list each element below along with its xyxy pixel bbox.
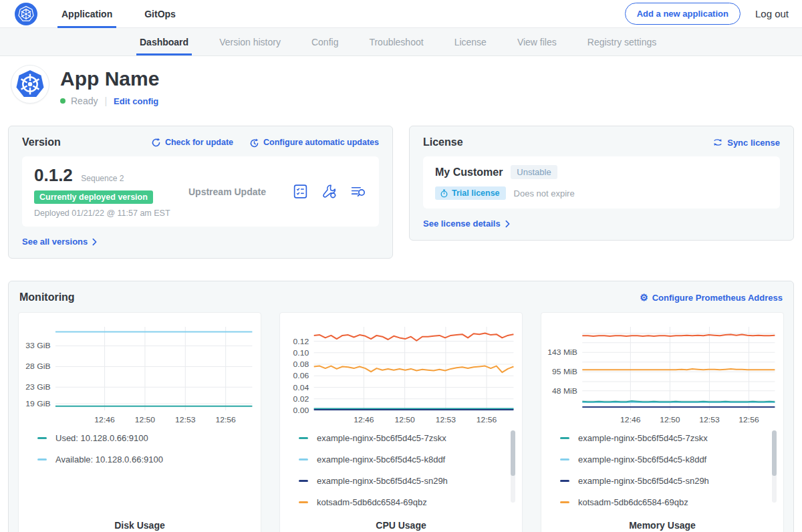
see-all-versions-link[interactable]: See all versions: [22, 237, 98, 247]
tab-config-label: Config: [311, 37, 338, 47]
legend-item: example-nginx-5bc6f5d4c5-sn29h: [560, 476, 770, 486]
cpu-usage-chart-card: 0.000.020.040.060.080.100.1212:4612:5012…: [279, 312, 523, 532]
legend-label: example-nginx-5bc6f5d4c5-sn29h: [578, 476, 709, 486]
sync-license-link[interactable]: Sync license: [712, 138, 780, 148]
chevron-right-icon: [92, 238, 98, 246]
gear-icon: ⚙: [640, 293, 648, 302]
legend-item: example-nginx-5bc6f5d4c5-k8ddf: [299, 454, 509, 464]
legend-scrollbar-track[interactable]: [772, 430, 777, 503]
divider: |: [103, 96, 108, 106]
legend-item: Used: 10.128.0.66:9100: [37, 433, 247, 443]
version-number: 0.1.2: [34, 165, 73, 185]
series-color-dash: [560, 437, 569, 439]
svg-text:23 GiB: 23 GiB: [25, 383, 50, 392]
see-license-details-link[interactable]: See license details: [423, 219, 511, 229]
license-expiry: Does not expire: [514, 188, 575, 198]
tab-config[interactable]: Config: [296, 28, 354, 55]
legend-item: example-nginx-5bc6f5d4c5-7zskx: [560, 433, 770, 443]
monitoring-title: Monitoring: [19, 291, 75, 303]
trial-license-badge: Trial license: [435, 186, 506, 200]
series-color-dash: [560, 458, 569, 460]
see-license-details-label: See license details: [423, 219, 501, 229]
tab-dashboard[interactable]: Dashboard: [124, 28, 204, 55]
ready-status-dot: [60, 98, 65, 104]
refresh-icon: [151, 138, 161, 148]
add-new-application-button[interactable]: Add a new application: [625, 3, 741, 25]
memory-usage-chart-card: 48 MiB95 MiB143 MiB12:4612:5012:5312:56 …: [541, 312, 784, 532]
legend-item: example-nginx-5bc6f5d4c5-k8ddf: [560, 454, 770, 464]
legend-label: example-nginx-5bc6f5d4c5-k8ddf: [578, 454, 706, 464]
configure-automatic-updates-label: Configure automatic updates: [263, 138, 379, 147]
configure-prometheus-link[interactable]: ⚙ Configure Prometheus Address: [640, 293, 783, 303]
legend-label: Used: 10.128.0.66:9100: [55, 433, 148, 443]
legend-label: example-nginx-5bc6f5d4c5-k8ddf: [317, 454, 445, 464]
svg-text:12:53: 12:53: [175, 415, 196, 424]
edit-config-wrench-icon[interactable]: [321, 183, 338, 200]
sync-icon: [712, 138, 723, 147]
license-card-title: License: [423, 136, 463, 148]
svg-text:0.02: 0.02: [293, 394, 309, 404]
svg-text:12:56: 12:56: [739, 415, 759, 424]
memory-usage-legend: example-nginx-5bc6f5d4c5-7zskxexample-ng…: [543, 428, 782, 520]
svg-text:0.00: 0.00: [293, 406, 309, 415]
svg-text:12:50: 12:50: [660, 415, 680, 424]
svg-text:0.06: 0.06: [293, 372, 309, 381]
version-source-label: Upstream Update: [184, 186, 292, 197]
legend-scrollbar-thumb[interactable]: [511, 430, 515, 476]
disk-usage-legend: Used: 10.128.0.66:9100Available: 10.128.…: [20, 428, 259, 520]
legend-scrollbar-track[interactable]: [511, 430, 515, 503]
tab-view-files[interactable]: View files: [502, 28, 572, 55]
preflight-checks-icon[interactable]: [292, 183, 309, 200]
legend-label: kotsadm-5db6dc6584-69qbz: [578, 497, 688, 507]
schedule-update-icon: [249, 138, 259, 148]
svg-text:12:50: 12:50: [394, 415, 415, 424]
app-header: App Name Ready | Edit config: [0, 56, 802, 120]
app-avatar: [11, 65, 49, 104]
legend-item: example-nginx-5bc6f5d4c5-7zskx: [299, 433, 509, 443]
tab-view-files-label: View files: [517, 37, 557, 47]
view-logs-icon[interactable]: [350, 183, 367, 200]
legend-scrollbar-thumb[interactable]: [772, 430, 777, 476]
svg-text:143 MiB: 143 MiB: [547, 348, 577, 358]
tab-registry-settings[interactable]: Registry settings: [572, 28, 672, 55]
tab-version-history[interactable]: Version history: [204, 28, 296, 55]
version-card-title: Version: [22, 136, 61, 148]
tab-troubleshoot[interactable]: Troubleshoot: [354, 28, 438, 55]
tab-license[interactable]: License: [439, 28, 502, 55]
tab-dashboard-label: Dashboard: [140, 37, 188, 47]
series-color-dash: [299, 501, 308, 503]
svg-text:33 GiB: 33 GiB: [25, 342, 50, 351]
trial-license-label: Trial license: [452, 188, 500, 198]
cpu-usage-legend: example-nginx-5bc6f5d4c5-7zskxexample-ng…: [281, 428, 521, 520]
nav-tab-application[interactable]: Application: [57, 0, 116, 28]
see-all-versions-label: See all versions: [22, 237, 88, 247]
svg-text:0.12: 0.12: [293, 337, 309, 346]
series-color-dash: [299, 437, 308, 439]
legend-label: example-nginx-5bc6f5d4c5-7zskx: [578, 433, 708, 443]
disk-usage-title: Disk Usage: [20, 520, 259, 531]
cpu-usage-title: CPU Usage: [281, 520, 521, 531]
edit-config-link[interactable]: Edit config: [114, 96, 158, 106]
svg-text:12:56: 12:56: [477, 415, 497, 424]
status-text: Ready: [71, 96, 98, 106]
svg-text:0.10: 0.10: [293, 348, 309, 358]
svg-text:12:46: 12:46: [94, 415, 115, 424]
check-for-update-link[interactable]: Check for update: [151, 138, 233, 148]
nav-tab-gitops[interactable]: GitOps: [140, 0, 180, 28]
series-color-dash: [37, 437, 47, 439]
svg-text:95 MiB: 95 MiB: [552, 368, 577, 377]
legend-label: example-nginx-5bc6f5d4c5-sn29h: [317, 476, 448, 486]
license-card: License Sync license My Customer Unstabl…: [409, 126, 794, 241]
legend-item: kotsadm-5db6dc6584-69qbz: [299, 497, 509, 507]
nav-tab-gitops-label: GitOps: [144, 9, 176, 19]
legend-label: Available: 10.128.0.66:9100: [55, 454, 163, 464]
customer-name: My Customer: [435, 166, 503, 178]
version-card: Version Check for update Configure au: [8, 126, 393, 259]
series-color-dash: [299, 480, 308, 482]
disk-usage-chart: 19 GiB23 GiB28 GiB33 GiB12:4612:5012:531…: [20, 321, 259, 428]
configure-automatic-updates-link[interactable]: Configure automatic updates: [249, 138, 379, 148]
app-sub-nav: Dashboard Version history Config Trouble…: [0, 28, 802, 56]
kubernetes-app-icon: [15, 69, 45, 100]
legend-item: Available: 10.128.0.66:9100: [37, 454, 247, 464]
logout-link[interactable]: Log out: [755, 8, 789, 19]
